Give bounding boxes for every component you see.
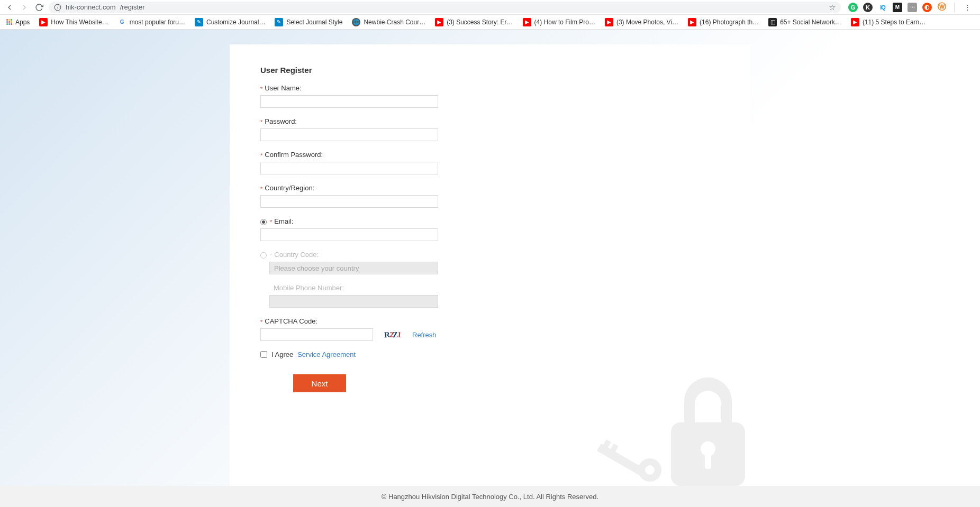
- svg-point-7: [645, 465, 655, 475]
- youtube-icon: ▶: [851, 18, 859, 26]
- bookmark-item[interactable]: ▶How This Website…: [39, 18, 108, 26]
- url-path: /register: [120, 3, 145, 11]
- confirm-password-label: *Confirm Password:: [260, 151, 323, 159]
- extension-o-icon[interactable]: ◐: [922, 3, 932, 12]
- youtube-icon: ▶: [39, 18, 48, 26]
- lock-key-watermark: [592, 364, 756, 491]
- email-input[interactable]: [260, 228, 438, 241]
- svg-point-4: [701, 441, 715, 456]
- bookmark-label: (4) How to Film Pro…: [534, 19, 595, 26]
- social-icon: ◫: [768, 18, 777, 26]
- bookmark-item[interactable]: Gmost popular foru…: [118, 18, 185, 26]
- country-code-label: *Country Code:: [260, 251, 319, 259]
- phone-label: Mobile Phone Number:: [274, 284, 344, 292]
- bookmarks-bar: Apps ▶How This Website… Gmost popular fo…: [0, 15, 980, 30]
- bookmark-item[interactable]: ▶(11) 5 Steps to Earn…: [851, 18, 925, 26]
- bookmark-label: How This Website…: [51, 19, 108, 26]
- extension-badge-icon[interactable]: ⋯: [908, 3, 917, 12]
- bookmark-item[interactable]: 🌐Newbie Crash Cour…: [352, 18, 425, 26]
- extension-grammarly-icon[interactable]: G: [848, 3, 858, 12]
- country-region-label: *Country/Region:: [260, 184, 314, 192]
- bookmark-label: 65+ Social Network…: [780, 19, 841, 26]
- globe-icon: 🌐: [352, 18, 360, 26]
- svg-rect-3: [671, 422, 745, 486]
- bookmark-item[interactable]: ▶(3) Move Photos, Vi…: [605, 18, 678, 26]
- bookmark-label: (3) Move Photos, Vi…: [616, 19, 678, 26]
- bookmark-label: (16) Photograph th…: [700, 19, 759, 26]
- password-input[interactable]: [260, 128, 438, 141]
- url-host: hik-connect.com: [66, 3, 116, 11]
- email-label: *Email:: [260, 217, 293, 225]
- country-region-input[interactable]: [260, 195, 438, 208]
- svg-point-6: [638, 458, 661, 482]
- bookmark-label: most popular foru…: [130, 19, 185, 26]
- divider: [954, 3, 955, 12]
- apps-icon: [6, 19, 12, 25]
- bookmark-label: Customize Journal…: [206, 19, 265, 26]
- agree-checkbox[interactable]: [260, 351, 267, 358]
- svg-rect-9: [602, 439, 611, 450]
- confirm-password-input[interactable]: [260, 162, 438, 174]
- next-button[interactable]: Next: [293, 374, 346, 392]
- captcha-refresh-link[interactable]: Refresh: [412, 331, 437, 339]
- info-icon: [54, 4, 61, 11]
- phone-input: [269, 295, 438, 308]
- page-title: User Register: [260, 66, 720, 75]
- bookmark-label: Newbie Crash Cour…: [364, 19, 425, 26]
- agree-label: I Agree: [271, 351, 293, 358]
- google-icon: G: [118, 18, 126, 26]
- username-label: *User Name:: [260, 84, 302, 92]
- journal-icon: ✎: [275, 18, 283, 26]
- bookmark-label: Apps: [15, 19, 30, 26]
- svg-rect-5: [705, 453, 711, 469]
- bookmark-item[interactable]: ▶(4) How to Film Pro…: [523, 18, 595, 26]
- footer: © Hangzhou Hikvision Digital Technology …: [0, 486, 980, 507]
- svg-rect-8: [597, 444, 645, 476]
- extension-k-icon[interactable]: K: [863, 3, 873, 12]
- phone-radio[interactable]: [260, 252, 267, 259]
- extension-m-icon[interactable]: M: [893, 3, 902, 12]
- bookmark-label: (11) 5 Steps to Earn…: [863, 19, 925, 26]
- username-input[interactable]: [260, 95, 438, 108]
- back-button[interactable]: [4, 2, 15, 13]
- register-card: User Register *User Name: *Password: *Co…: [230, 44, 750, 486]
- bookmark-apps[interactable]: Apps: [6, 19, 30, 26]
- bookmark-item[interactable]: ▶(3) Success Story: Er…: [435, 18, 513, 26]
- youtube-icon: ▶: [688, 18, 696, 26]
- browser-toolbar: hik-connect.com/register ☆ G K IQ M ⋯ ◐ …: [0, 0, 980, 15]
- youtube-icon: ▶: [435, 18, 443, 26]
- svg-rect-10: [610, 444, 619, 453]
- reload-button[interactable]: [34, 2, 44, 13]
- captcha-label: *CAPTCHA Code:: [260, 317, 317, 325]
- bookmark-label: Select Journal Style: [286, 19, 342, 26]
- address-bar[interactable]: hik-connect.com/register ☆: [49, 2, 841, 13]
- forward-button[interactable]: [19, 2, 30, 13]
- extension-icons: G K IQ M ⋯ ◐ ⓦ ⋮: [845, 2, 976, 13]
- bookmark-item[interactable]: ✎Select Journal Style: [275, 18, 342, 26]
- bookmark-item[interactable]: ✎Customize Journal…: [195, 18, 265, 26]
- journal-icon: ✎: [195, 18, 203, 26]
- captcha-image: R2Z1: [377, 329, 408, 340]
- service-agreement-link[interactable]: Service Agreement: [297, 351, 356, 358]
- password-label: *Password:: [260, 117, 297, 125]
- youtube-icon: ▶: [605, 18, 613, 26]
- captcha-input[interactable]: [260, 328, 373, 341]
- bookmark-item[interactable]: ◫65+ Social Network…: [768, 18, 841, 26]
- browser-menu-icon[interactable]: ⋮: [962, 2, 973, 13]
- extension-w-icon[interactable]: ⓦ: [937, 3, 947, 12]
- copyright-text: © Hangzhou Hikvision Digital Technology …: [382, 493, 598, 501]
- bookmark-label: (3) Success Story: Er…: [447, 19, 513, 26]
- bookmark-star-icon[interactable]: ☆: [829, 3, 836, 12]
- country-code-input: [269, 262, 438, 274]
- bookmark-item[interactable]: ▶(16) Photograph th…: [688, 18, 759, 26]
- email-radio[interactable]: [260, 219, 267, 225]
- youtube-icon: ▶: [523, 18, 531, 26]
- page-background: User Register *User Name: *Password: *Co…: [0, 30, 980, 486]
- extension-iq-icon[interactable]: IQ: [878, 3, 887, 12]
